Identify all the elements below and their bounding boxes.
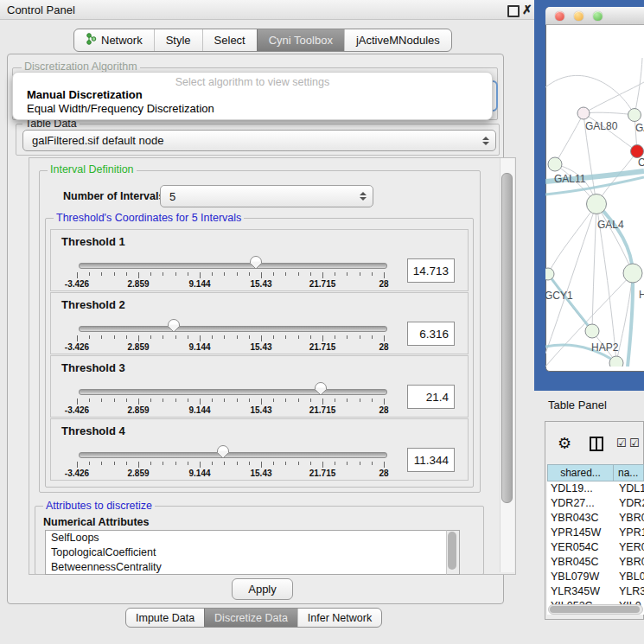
tab-network[interactable]: Network	[74, 29, 154, 51]
network-edge[interactable]	[555, 113, 583, 164]
slider-tick-label: 15.43	[250, 405, 271, 415]
slider-tick-label: 2.859	[127, 405, 149, 415]
slider-tick	[89, 462, 90, 465]
vertical-scrollbar-thumb[interactable]	[501, 173, 513, 503]
table-row[interactable]: YER054CYER0	[547, 540, 644, 555]
bottom-tab-impute-data[interactable]: Impute Data	[126, 609, 204, 627]
close-icon[interactable]: ✗	[522, 3, 532, 16]
slider-thumb[interactable]	[314, 381, 328, 396]
attribute-list-item[interactable]: SelfLoops	[46, 531, 459, 545]
cell-name: YDR2	[614, 496, 644, 511]
numerical-attributes-list[interactable]: SelfLoopsTopologicalCoefficientBetweenne…	[45, 530, 460, 575]
slider-tick	[163, 335, 163, 339]
tab-select[interactable]: Select	[202, 29, 257, 51]
threshold-value-input[interactable]: 11.344	[407, 448, 455, 472]
table-row[interactable]: YLR345WYLR3	[547, 584, 644, 599]
slider-tick	[285, 335, 286, 339]
attribute-list-item[interactable]: TopologicalCoefficient	[46, 545, 459, 560]
slider-thumb[interactable]	[216, 444, 230, 459]
slider-tick	[114, 335, 115, 339]
slider-tick	[322, 335, 323, 341]
slider-tick	[347, 335, 348, 339]
slider-tick	[237, 335, 238, 339]
algorithm-option[interactable]: Equal Width/Frequency Discretization	[16, 102, 485, 116]
slider-tick	[261, 462, 262, 468]
network-edge[interactable]	[545, 75, 634, 115]
bottom-tab-discretize-data[interactable]: Discretize Data	[204, 609, 297, 627]
slider-tick	[322, 272, 323, 278]
column-header-name[interactable]: na...	[614, 464, 644, 481]
num-intervals-spinner[interactable]: 5	[160, 185, 373, 207]
threshold-value-input[interactable]: 21.4	[407, 385, 455, 409]
tab-label: Style	[166, 34, 191, 47]
slider-tick	[224, 399, 225, 402]
slider-tick-label: 28	[379, 342, 388, 352]
table-row[interactable]: YBR043CYBR0	[547, 511, 644, 526]
threshold-value-input[interactable]: 14.713	[407, 258, 455, 283]
slider-tick	[298, 399, 299, 402]
zoom-traffic-light-icon[interactable]	[593, 11, 603, 21]
gear-icon[interactable]: ⚙	[558, 434, 571, 453]
cell-name: YBL0	[614, 570, 644, 584]
table-row[interactable]: YDL19...YDL1	[547, 481, 644, 496]
slider-tick	[310, 335, 311, 339]
network-node[interactable]	[548, 157, 562, 171]
tab-label: jActiveMNodules	[356, 34, 440, 47]
network-node[interactable]	[628, 109, 641, 122]
cell-name: YLR3	[614, 584, 644, 599]
control-panel-titlebar	[0, 0, 534, 20]
column-layout-icon[interactable]	[590, 437, 603, 451]
slider-thumb[interactable]	[167, 318, 181, 333]
float-panel-icon[interactable]	[507, 5, 520, 17]
threshold-value-input[interactable]: 6.316	[407, 322, 455, 346]
attribute-list-item[interactable]: BetweennessCentrality	[46, 560, 459, 575]
network-edge[interactable]	[583, 112, 634, 115]
slider-tick	[188, 462, 188, 465]
threshold-row: Threshold 1-3.4262.8599.14415.4321.71528…	[50, 229, 469, 291]
list-scrollbar-thumb[interactable]	[448, 532, 456, 570]
slider-tick	[138, 462, 139, 468]
tab-label: Select	[214, 34, 245, 47]
control-panel-title: Control Panel	[7, 3, 75, 16]
table-row[interactable]: YDR27...YDR2	[547, 496, 644, 511]
checkbox-icon[interactable]: ☑	[629, 437, 640, 450]
horizontal-scrollbar-thumb[interactable]	[550, 606, 640, 613]
slider-tick	[360, 399, 360, 402]
network-node[interactable]	[545, 268, 554, 280]
bottom-tab-infer-network[interactable]: Infer Network	[297, 609, 381, 627]
table-data-combobox[interactable]: galFiltered.sif default node	[22, 130, 496, 151]
slider-tick	[261, 272, 262, 278]
tab-style[interactable]: Style	[154, 29, 202, 51]
tab-cyni-toolbox[interactable]: Cyni Toolbox	[257, 29, 344, 51]
slider-tick	[249, 399, 250, 402]
checkbox-icon[interactable]: ☑	[616, 437, 627, 450]
network-canvas[interactable]: GAL80GALCGAL11GAL4GCY1HHAP2	[545, 25, 644, 367]
cell-name: YBR0	[614, 555, 644, 570]
slider-thumb[interactable]	[249, 255, 263, 270]
close-traffic-light-icon[interactable]	[555, 11, 564, 21]
cell-shared-name: YBR045C	[547, 555, 614, 570]
column-header-shared-name[interactable]: shared...	[547, 464, 614, 481]
apply-button[interactable]: Apply	[232, 578, 293, 600]
slider-tick	[212, 462, 213, 465]
network-edge[interactable]	[548, 204, 596, 274]
network-node[interactable]	[585, 324, 599, 338]
slider-tick	[298, 462, 299, 465]
bottom-tab-label: Discretize Data	[214, 612, 288, 624]
slider-tick-label: 2.859	[127, 469, 149, 478]
network-node[interactable]	[623, 264, 642, 283]
algorithm-option[interactable]: Manual Discretization	[16, 88, 485, 102]
table-row[interactable]: YBR045CYBR0	[547, 555, 644, 570]
minimize-traffic-light-icon[interactable]	[574, 11, 583, 21]
table-body: YDL19...YDL1YDR27...YDR2YBR043CYBR0YPR14…	[547, 481, 644, 615]
network-node[interactable]	[587, 194, 607, 214]
network-node[interactable]	[609, 356, 623, 367]
slider-tick	[212, 272, 213, 276]
table-row[interactable]: YPR145WYPR1	[547, 526, 644, 540]
tab-jactivemnodules[interactable]: jActiveMNodules	[344, 29, 451, 51]
slider-tick-label: 2.859	[127, 342, 149, 352]
network-node[interactable]	[577, 107, 590, 119]
threshold-coords-label: Threshold's Coordinates for 5 Intervals	[54, 213, 244, 224]
table-row[interactable]: YBL079WYBL0	[547, 570, 644, 584]
slider-tick	[335, 462, 335, 465]
